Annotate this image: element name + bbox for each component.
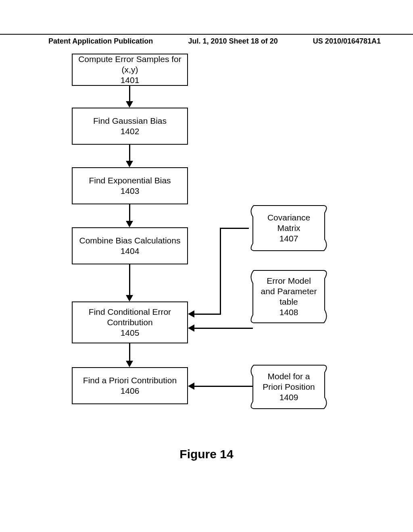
arrow-line — [129, 145, 130, 162]
process-find-exponential-bias: Find Exponential Bias 1403 — [72, 167, 188, 204]
box-number: 1402 — [77, 126, 183, 137]
arrow-line — [220, 228, 221, 314]
doc-covariance-matrix: Covariance Matrix 1407 — [249, 205, 329, 251]
arrow-head-down-icon — [126, 361, 133, 367]
arrow-head-down-icon — [126, 161, 133, 167]
box-number: 1406 — [77, 386, 183, 396]
doc-number: 1409 — [256, 392, 321, 403]
arrow-line — [129, 86, 130, 102]
figure-caption: Figure 14 — [0, 447, 413, 461]
arrow-line — [194, 328, 253, 329]
box-text: Contribution — [77, 317, 183, 328]
box-number: 1404 — [77, 246, 183, 256]
doc-number: 1408 — [256, 307, 321, 318]
arrow-head-left-icon — [188, 324, 194, 332]
doc-text: Covariance — [256, 212, 321, 223]
process-find-a-priori-contribution: Find a Priori Contribution 1406 — [72, 367, 188, 404]
arrow-line — [129, 343, 130, 362]
box-number: 1401 — [77, 75, 183, 85]
box-text: Combine Bias Calculations — [77, 235, 183, 246]
doc-text: table — [256, 297, 321, 307]
doc-text: Error Model — [256, 276, 321, 286]
box-text: Compute Error Samples for — [77, 54, 183, 64]
process-combine-bias-calculations: Combine Bias Calculations 1404 — [72, 227, 188, 264]
box-text: (x,y) — [77, 64, 183, 75]
arrow-head-down-icon — [126, 221, 133, 227]
doc-text: and Parameter — [256, 286, 321, 297]
arrow-line — [129, 204, 130, 222]
doc-error-model-parameter-table: Error Model and Parameter table 1408 — [249, 270, 329, 324]
arrow-line — [194, 386, 253, 387]
arrow-line — [220, 228, 249, 229]
box-text: Find Gaussian Bias — [77, 116, 183, 126]
arrow-line — [129, 264, 130, 296]
box-text: Find Conditional Error — [77, 307, 183, 317]
box-number: 1403 — [77, 186, 183, 196]
arrow-head-down-icon — [126, 295, 133, 301]
box-text: Find Exponential Bias — [77, 175, 183, 186]
box-text: Find a Priori Contribution — [77, 375, 183, 386]
doc-number: 1407 — [256, 233, 321, 244]
process-compute-error-samples: Compute Error Samples for (x,y) 1401 — [72, 54, 188, 86]
arrow-head-left-icon — [188, 310, 194, 318]
doc-text: Priori Position — [256, 382, 321, 392]
process-find-conditional-error-contribution: Find Conditional Error Contribution 1405 — [72, 301, 188, 343]
arrow-head-down-icon — [126, 101, 133, 108]
doc-model-a-priori-position: Model for a Priori Position 1409 — [249, 364, 329, 409]
box-number: 1405 — [77, 328, 183, 338]
arrow-line — [194, 314, 221, 315]
arrow-head-left-icon — [188, 382, 194, 390]
doc-text: Matrix — [256, 223, 321, 233]
process-find-gaussian-bias: Find Gaussian Bias 1402 — [72, 108, 188, 145]
doc-text: Model for a — [256, 371, 321, 382]
